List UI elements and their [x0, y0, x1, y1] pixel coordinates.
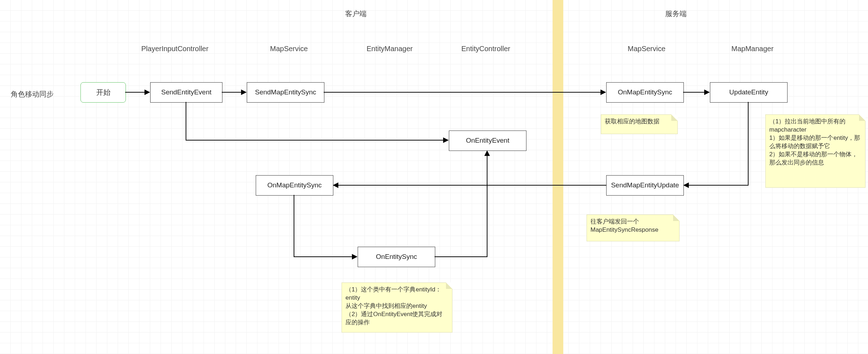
- col-player-input: PlayerInputController: [141, 45, 209, 53]
- box-send-map-entity-update: SendMapEntityUpdate: [606, 175, 684, 196]
- note-text: 获取相应的地图数据: [605, 118, 659, 125]
- note-update-entity: （1）拉出当前地图中所有的mapcharacter 1）如果是移动的那一个ent…: [765, 114, 865, 188]
- box-update-entity: UpdateEntity: [710, 82, 788, 103]
- section-label-client: 客户端: [345, 9, 367, 19]
- client-server-divider: [553, 0, 563, 354]
- note-text: （1）这个类中有一个字典entityId：entity 从这个字典中找到相应的e…: [345, 286, 442, 326]
- note-on-entity-sync: （1）这个类中有一个字典entityId：entity 从这个字典中找到相应的e…: [342, 282, 452, 333]
- diagram-canvas: 客户端 服务端 PlayerInputController MapService…: [0, 0, 868, 354]
- col-entity-manager: EntityManager: [367, 45, 413, 53]
- box-send-map-entity-sync: SendMapEntitySync: [247, 82, 324, 103]
- col-entity-controller: EntityController: [461, 45, 510, 53]
- start-node: 开始: [80, 82, 126, 103]
- box-on-entity-sync: OnEntitySync: [358, 247, 435, 267]
- note-text: 往客户端发回一个 MapEntitySyncResponse: [590, 218, 658, 233]
- box-send-entity-event: SendEntityEvent: [150, 82, 222, 103]
- section-label-server: 服务端: [665, 9, 687, 19]
- col-mapservice-server: MapService: [628, 45, 666, 53]
- row-label: 角色移动同步: [11, 89, 54, 99]
- note-get-map-data: 获取相应的地图数据: [601, 114, 678, 134]
- col-mapservice-client: MapService: [270, 45, 308, 53]
- col-map-manager: MapManager: [731, 45, 774, 53]
- note-text: （1）拉出当前地图中所有的mapcharacter 1）如果是移动的那一个ent…: [769, 118, 860, 166]
- box-on-entity-event: OnEntityEvent: [449, 131, 526, 151]
- box-on-map-entity-sync-client: OnMapEntitySync: [256, 175, 333, 196]
- note-send-back: 往客户端发回一个 MapEntitySyncResponse: [587, 215, 680, 241]
- box-on-map-entity-sync-server: OnMapEntitySync: [606, 82, 684, 103]
